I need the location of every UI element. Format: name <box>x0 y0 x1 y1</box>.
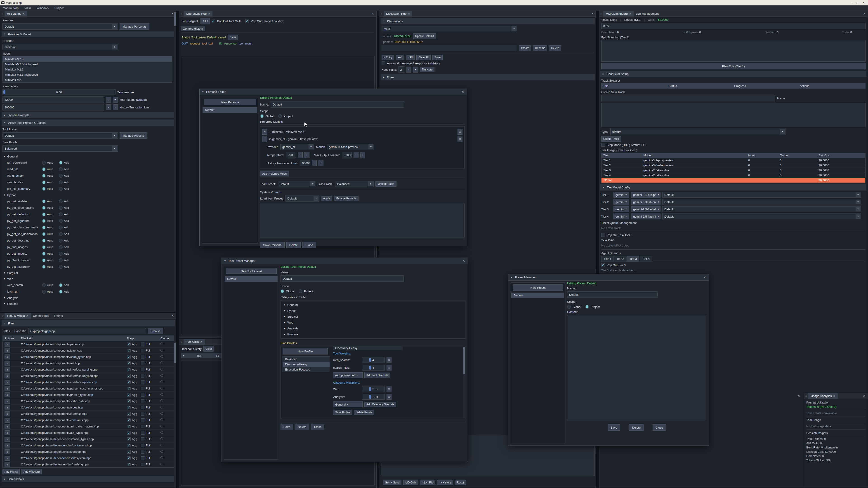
tier-persona-select[interactable]: Default▼ <box>662 199 861 205</box>
tab-close-icon[interactable]: ✕ <box>26 314 29 318</box>
minimize-icon[interactable]: – <box>850 1 852 4</box>
manage-presets-button[interactable]: Manage Presets <box>120 132 147 139</box>
category-surgical[interactable]: ▶Surgical <box>281 314 465 320</box>
auto-radio[interactable] <box>42 199 46 203</box>
scrollbar[interactable] <box>174 11 176 311</box>
model-list-item[interactable]: MiniMax-M2.5 <box>3 57 172 62</box>
tool-group-python[interactable]: ▼Python <box>0 192 176 198</box>
menu-item-windows[interactable]: Windows <box>37 6 49 10</box>
tab-close-icon[interactable]: ✕ <box>408 12 410 15</box>
tab-context-hub[interactable]: Context Hub <box>31 313 52 319</box>
tab-operations-hub[interactable]: Operations Hub ✕ <box>184 11 213 17</box>
auto-radio[interactable] <box>42 161 46 165</box>
dialog-close-icon[interactable]: ✕ <box>460 259 465 263</box>
stream-tab-tier-3[interactable]: Tier 3 <box>627 256 640 262</box>
popout-tool-calls-checkbox[interactable] <box>212 19 215 23</box>
full-checkbox[interactable] <box>141 450 145 454</box>
focus-agent-select[interactable]: All▼ <box>200 18 210 24</box>
apply-button[interactable]: Apply <box>321 196 332 201</box>
scope-project-radio[interactable] <box>299 289 302 293</box>
ask-radio[interactable] <box>59 252 63 256</box>
increment-button[interactable]: + <box>113 97 118 103</box>
ask-radio[interactable] <box>59 245 63 249</box>
add-tool-override-button[interactable]: Add Tool Override <box>364 372 390 378</box>
files-section-header[interactable]: ▼ Files <box>2 320 175 326</box>
manage-prompts-button[interactable]: Manage Prompts <box>334 196 358 201</box>
tab-tool-calls[interactable]: Tool Calls ✕ <box>184 339 205 345</box>
collapse-icon[interactable]: ▼ <box>510 276 513 279</box>
tool-preset-name-input[interactable]: Default <box>281 275 404 282</box>
plan-epic-button[interactable]: Plan Epic (Tier 1) <box>601 63 866 69</box>
composer-button-gensend[interactable]: Gen + Send <box>383 480 401 485</box>
dialog-close-icon[interactable]: ✕ <box>459 90 465 94</box>
agg-checkbox[interactable] <box>127 399 131 403</box>
remove-override-button[interactable]: x <box>386 365 392 370</box>
increment-button[interactable]: + <box>113 104 118 110</box>
remove-file-button[interactable]: x <box>4 373 10 379</box>
entry-button-all[interactable]: +All <box>406 55 414 60</box>
base-dir-input[interactable]: C:/projects/gencpp <box>28 328 146 334</box>
panel-menu-icon[interactable]: ⍗ <box>179 11 184 17</box>
ask-radio[interactable] <box>59 213 63 217</box>
slider-handle[interactable] <box>369 358 371 362</box>
popout-usage-checkbox[interactable] <box>246 19 249 23</box>
auto-radio[interactable] <box>42 213 46 217</box>
add-wildcard-button[interactable]: Add Wildcard <box>22 469 41 475</box>
ask-radio[interactable] <box>59 180 63 184</box>
scrollbar[interactable] <box>463 347 465 418</box>
auto-radio[interactable] <box>42 290 46 294</box>
scrollbar[interactable] <box>174 342 176 487</box>
composer-button-reset[interactable]: Reset <box>455 480 466 485</box>
remove-file-button[interactable]: x <box>4 386 10 391</box>
tier-model-select[interactable]: gemini-2.5-flash-lite▼ <box>631 214 660 219</box>
tool-group-general[interactable]: ▼General <box>0 153 176 159</box>
remove-override-button[interactable]: x <box>386 357 392 363</box>
stream-tab-tier-1[interactable]: Tier 1 <box>601 256 614 262</box>
system-prompts-header[interactable]: ▶ System Prompts <box>2 112 175 118</box>
tab-close-icon[interactable]: ✕ <box>23 12 25 15</box>
full-checkbox[interactable] <box>141 412 145 416</box>
agg-checkbox[interactable] <box>127 437 131 441</box>
discussion-name-input[interactable] <box>381 45 517 51</box>
active-tool-presets-header[interactable]: ▼ Active Tool Presets & Biases <box>2 120 175 126</box>
remove-file-button[interactable]: x <box>4 443 10 448</box>
create-track-button[interactable]: Create Track <box>601 136 621 142</box>
create-discussion-button[interactable]: Create <box>519 45 531 51</box>
agg-checkbox[interactable] <box>127 361 131 365</box>
scope-global-radio[interactable] <box>567 305 571 309</box>
agg-checkbox[interactable] <box>127 406 131 410</box>
slider-handle[interactable] <box>369 395 371 399</box>
model-list-item[interactable]: MiniMax-M2 <box>3 77 172 83</box>
clear-tool-calls-button[interactable]: Clear <box>204 346 214 352</box>
model-list-item[interactable]: MiniMax-M2.5-highspeed <box>3 62 172 67</box>
increment-button[interactable]: + <box>413 67 418 72</box>
track-type-select[interactable]: feature ▼ <box>610 129 785 135</box>
close-dialog-button[interactable]: Close <box>303 242 316 248</box>
remove-file-button[interactable]: x <box>4 348 10 353</box>
full-checkbox[interactable] <box>141 418 145 422</box>
tool-group-analysis[interactable]: ▼Analysis <box>0 295 176 301</box>
decrement-button[interactable]: - <box>312 160 317 166</box>
tier-provider-select[interactable]: gemini▼ <box>614 199 629 205</box>
profile-list-item[interactable]: Discovery-Heavy <box>283 362 330 367</box>
panel-menu-icon[interactable]: ⍗ <box>0 11 5 17</box>
category-multiplier-slider[interactable]: 1.3x <box>362 394 385 400</box>
add-category-override-button[interactable]: Add Category Override <box>364 402 396 407</box>
tool-group-surgical[interactable]: ▼Surgical <box>0 270 176 276</box>
increment-button[interactable]: + <box>305 152 309 158</box>
tier-provider-select[interactable]: gemini▼ <box>614 192 629 198</box>
tab-theme[interactable]: Theme <box>52 313 65 319</box>
category-general[interactable]: ▶General <box>281 302 465 308</box>
remove-file-button[interactable]: x <box>4 449 10 454</box>
full-checkbox[interactable] <box>141 456 145 460</box>
full-checkbox[interactable] <box>141 437 145 441</box>
popout-tier3-checkbox[interactable] <box>601 263 605 267</box>
discussion-select[interactable]: main ▼ <box>381 26 517 32</box>
stream-tab-tier-4[interactable]: Tier 4 <box>640 256 652 262</box>
roles-header[interactable]: ▶ Roles <box>381 74 595 80</box>
dialog-close-icon[interactable]: ✕ <box>701 275 706 279</box>
tier-model-select[interactable]: gemini-2.5-flash-lite▼ <box>631 206 660 212</box>
decrement-button[interactable]: - <box>406 67 411 72</box>
menu-item-project[interactable]: Project <box>55 6 64 10</box>
persona-name-input[interactable]: Default <box>271 101 404 107</box>
